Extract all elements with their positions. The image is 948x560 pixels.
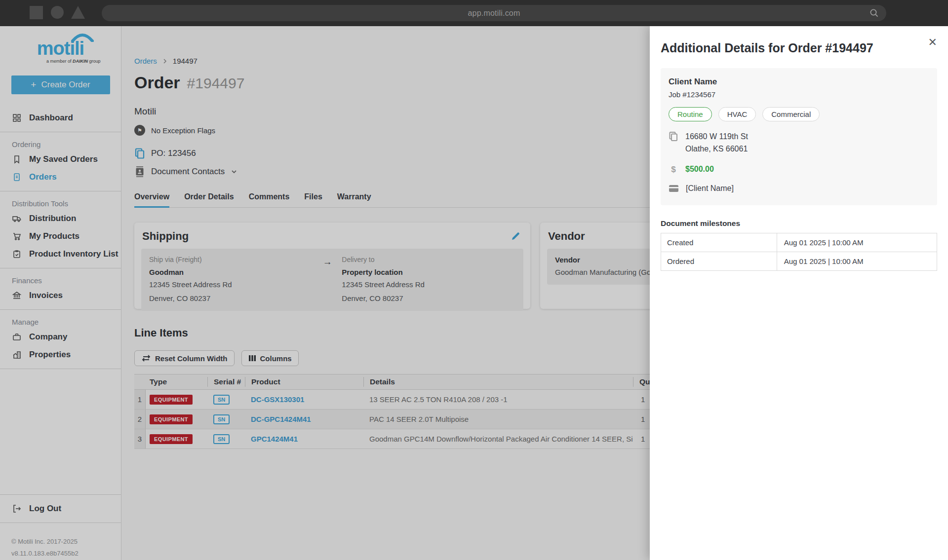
panel-address-row: 16680 W 119th St Olathe, KS 66061	[669, 131, 929, 155]
panel-badges: Routine HVAC Commercial	[669, 107, 929, 121]
panel-client-placeholder: [Client Name]	[686, 184, 734, 193]
window-square-icon	[30, 6, 43, 19]
milestone-label: Created	[661, 233, 777, 252]
milestones-title: Document milestones	[661, 219, 937, 228]
milestone-value: Aug 01 2025 | 10:00 AM	[777, 233, 937, 252]
panel-client-name: Client Name	[669, 77, 929, 87]
panel-amount: $500.00	[685, 165, 714, 174]
milestone-row: Created Aug 01 2025 | 10:00 AM	[661, 233, 937, 252]
badge-commercial[interactable]: Commercial	[762, 107, 820, 121]
badge-hvac[interactable]: HVAC	[718, 107, 756, 121]
url-bar[interactable]: app.motili.com	[102, 5, 886, 21]
close-icon[interactable]: ✕	[928, 37, 937, 48]
milestone-label: Ordered	[661, 252, 777, 270]
client-summary-card: Client Name Job #1234567 Routine HVAC Co…	[661, 68, 937, 205]
search-icon[interactable]	[869, 8, 879, 20]
panel-payment-row: [Client Name]	[669, 184, 929, 194]
window-circle-icon	[51, 6, 64, 19]
additional-details-panel: ✕ Additional Details for Order #194497 C…	[650, 26, 948, 560]
panel-job-number: Job #1234567	[669, 90, 929, 99]
panel-address: 16680 W 119th St Olathe, KS 66061	[685, 131, 748, 155]
dollar-icon: $	[669, 165, 678, 175]
panel-title: Additional Details for Order #194497	[661, 41, 937, 55]
milestone-value: Aug 01 2025 | 10:00 AM	[777, 252, 937, 270]
url-text: app.motili.com	[468, 9, 520, 18]
browser-chrome: app.motili.com	[0, 0, 948, 26]
window-triangle-icon	[71, 6, 85, 19]
credit-card-icon	[669, 184, 679, 194]
badge-routine[interactable]: Routine	[669, 107, 712, 121]
modal-dimming-overlay[interactable]	[0, 26, 650, 560]
milestones-table: Created Aug 01 2025 | 10:00 AM Ordered A…	[661, 233, 937, 271]
panel-amount-row: $ $500.00	[669, 165, 929, 175]
milestone-row: Ordered Aug 01 2025 | 10:00 AM	[661, 252, 937, 270]
copy-icon[interactable]	[669, 131, 678, 144]
